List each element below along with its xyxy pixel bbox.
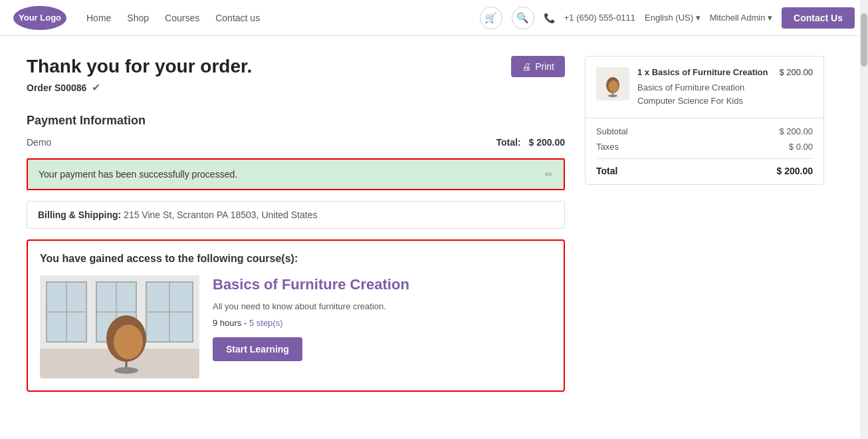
phone-number: +1 (650) 555-0111 [564, 13, 635, 23]
nav-shop[interactable]: Shop [127, 13, 149, 23]
courses-section: You have gained access to the following … [27, 239, 565, 392]
item-name: 1 x Basics of Furniture Creation [637, 67, 771, 77]
taxes-value: $ 0.00 [789, 142, 813, 152]
course-image [40, 275, 199, 378]
total-amount: $ 200.00 [529, 137, 566, 148]
grand-total-row: Total $ 200.00 [596, 166, 813, 176]
success-message-box: Your payment has been successfully proce… [27, 158, 565, 190]
svg-point-15 [114, 367, 138, 374]
nav-home[interactable]: Home [86, 13, 111, 23]
scrollbar-track[interactable] [860, 0, 868, 422]
subtotal-row: Subtotal $ 200.00 [596, 126, 813, 136]
logo[interactable]: Your Logo [13, 6, 66, 30]
payment-section-title: Payment Information [27, 114, 565, 128]
payment-row: Demo Total: $ 200.00 [27, 137, 565, 148]
svg-point-20 [608, 94, 617, 97]
order-item: 1 x Basics of Furniture Creation Basics … [586, 57, 823, 118]
language-selector[interactable]: English (US) ▾ [645, 13, 701, 23]
page-title: Thank you for your order. [27, 56, 252, 77]
edit-icon[interactable]: ✏ [545, 169, 553, 180]
steps-link[interactable]: 5 step(s) [249, 318, 283, 328]
item-price: $ 200.00 [779, 67, 813, 77]
order-id: Order S00086 [27, 82, 86, 93]
logo-text: Your Logo [13, 6, 66, 30]
search-icon[interactable]: 🔍 [512, 7, 534, 29]
item-sub2: Computer Science For Kids [637, 94, 771, 108]
order-summary: 1 x Basics of Furniture Creation Basics … [585, 56, 824, 185]
course-description: All you need to know about furniture cre… [213, 301, 552, 311]
print-button[interactable]: Print [511, 56, 565, 77]
item-details: 1 x Basics of Furniture Creation Basics … [637, 67, 771, 107]
taxes-label: Taxes [596, 142, 619, 152]
billing-label: Billing & Shipping: [38, 210, 121, 220]
item-sub1: Basics of Furniture Creation [637, 81, 771, 94]
header-right: 🛒 🔍 📞 +1 (650) 555-0111 English (US) ▾ M… [480, 7, 855, 29]
payment-method: Demo [27, 137, 51, 148]
nav-contact[interactable]: Contact us [215, 13, 260, 23]
billing-box: Billing & Shipping: 215 Vine St, Scranto… [27, 201, 565, 229]
billing-address: 215 Vine St, Scranton PA 18503, United S… [124, 210, 317, 220]
scrollbar-thumb[interactable] [861, 13, 867, 67]
start-learning-button[interactable]: Start Learning [213, 337, 302, 361]
course-meta: 9 hours - 5 step(s) [213, 318, 552, 328]
svg-point-18 [609, 80, 619, 92]
item-thumbnail [596, 67, 629, 100]
nav-courses[interactable]: Courses [165, 13, 199, 23]
contact-us-button[interactable]: Contact Us [782, 7, 855, 29]
left-column: Thank you for your order. Order S00086 ✔… [27, 56, 565, 402]
course-info: Basics of Furniture Creation All you nee… [213, 275, 552, 361]
svg-point-13 [114, 325, 143, 359]
user-menu[interactable]: Mitchell Admin ▾ [710, 13, 772, 23]
taxes-row: Taxes $ 0.00 [596, 142, 813, 152]
total-label: Total: [496, 137, 521, 148]
verified-icon: ✔ [92, 81, 100, 94]
course-card: Basics of Furniture Creation All you nee… [40, 275, 552, 378]
right-column: 1 x Basics of Furniture Creation Basics … [585, 56, 824, 402]
grand-total-label: Total [596, 166, 617, 176]
grand-total-value: $ 200.00 [777, 166, 814, 176]
cart-icon[interactable]: 🛒 [480, 7, 502, 29]
subtotal-value: $ 200.00 [779, 126, 813, 136]
totals-divider [596, 158, 813, 159]
main-nav: Home Shop Courses Contact us [86, 13, 480, 23]
courses-heading: You have gained access to the following … [40, 253, 552, 265]
success-text: Your payment has been successfully proce… [39, 169, 237, 180]
course-title: Basics of Furniture Creation [213, 275, 552, 295]
totals-section: Subtotal $ 200.00 Taxes $ 0.00 Total $ 2… [586, 118, 823, 184]
phone-icon: 📞 [544, 13, 555, 23]
subtotal-label: Subtotal [596, 126, 628, 136]
